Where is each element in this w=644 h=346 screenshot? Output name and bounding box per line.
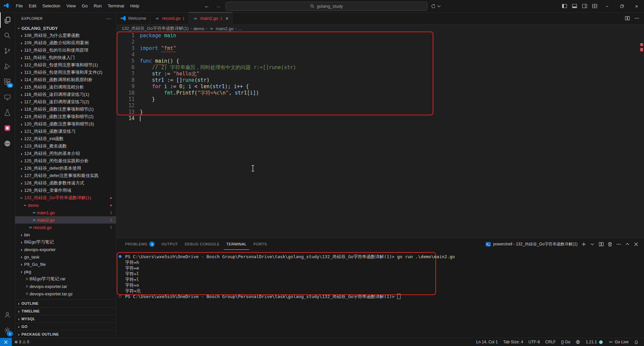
close-icon[interactable]: × — [226, 16, 228, 21]
tree-item[interactable]: ›116_尚硅谷_递归调用课堂练习(1) — [15, 91, 116, 98]
sidebar-section-mysql[interactable]: ›MYSQL — [15, 315, 116, 323]
sidebar-section-timeline[interactable]: ›TIMELINE — [15, 307, 116, 315]
back-icon[interactable]: ← — [203, 3, 211, 9]
restore-button[interactable] — [614, 0, 629, 12]
panel-tab-terminal[interactable]: TERMINAL — [224, 238, 250, 250]
panel-tab-ports[interactable]: PORTS — [251, 238, 270, 250]
scrollbar[interactable] — [639, 33, 644, 238]
settings-icon[interactable]: 1 — [0, 323, 15, 338]
tab-record-go[interactable]: ∞record.go1 — [151, 12, 189, 24]
notifications[interactable] — [631, 338, 641, 346]
breadcrumb-item[interactable]: demo — [193, 26, 204, 31]
tree-item[interactable]: ›bin — [15, 231, 116, 238]
more-actions-icon[interactable] — [633, 12, 641, 24]
cursor-position[interactable]: Ln 14, Col 1 — [473, 338, 500, 346]
panel-tab-debug-console[interactable]: DEBUG CONSOLE — [182, 238, 222, 250]
tree-item[interactable]: ›111_尚硅谷_包的快速入门 — [15, 54, 116, 61]
run-debug-icon[interactable] — [0, 59, 15, 74]
search-box[interactable]: golang_study — [226, 2, 428, 11]
tree-item[interactable]: ›125_尚硅谷_闭包最佳实践和分析 — [15, 157, 116, 165]
go-live[interactable]: Go Live — [606, 338, 631, 346]
menu-file[interactable]: File — [13, 0, 26, 12]
tree-item[interactable]: ›127_尚硅谷_defer注意事项和最佳实践 — [15, 172, 116, 179]
tree-item[interactable]: ›122_尚硅谷_init函数 — [15, 135, 116, 142]
tree-item[interactable]: ›112_尚硅谷_包使用注意事项和细节(1) — [15, 61, 116, 69]
tree-item[interactable]: ›114_尚硅谷_函数调用机制底层剖析 — [15, 76, 116, 83]
split-editor-icon[interactable] — [623, 12, 631, 24]
terminal-selector[interactable]: >_ powershell - 132_尚硅谷_Go字符串函数详解(1) — [486, 241, 578, 247]
tree-item[interactable]: ›demo● — [15, 201, 116, 209]
sync-control[interactable] — [431, 4, 441, 9]
tree-item[interactable]: ›124_尚硅谷_闭包的基本介绍 — [15, 150, 116, 157]
tree-item[interactable]: ›123_尚硅谷_匿名函数 — [15, 142, 116, 150]
workspace-root[interactable]: › GOLANG_STUDY — [15, 24, 116, 32]
breadcrumb-item[interactable]: ∞main2.go — [209, 26, 233, 31]
split-terminal-icon[interactable] — [597, 239, 605, 249]
browser-preview[interactable] — [573, 338, 583, 346]
eol-sequence[interactable]: CRLF — [543, 338, 558, 346]
breadcrumb-item[interactable]: … — [238, 26, 243, 31]
tree-item[interactable]: ›113_尚硅谷_包使用注意事项和库文件(2) — [15, 69, 116, 76]
sidebar-section-outline[interactable]: ›OUTLINE — [15, 299, 116, 307]
panel-tab-problems[interactable]: PROBLEMS3 — [122, 238, 157, 250]
toggle-secondary-sidebar-icon[interactable] — [580, 0, 590, 12]
explorer-icon[interactable] — [0, 12, 15, 28]
indentation[interactable]: Tab Size: 4 — [500, 338, 526, 346]
toggle-panel-icon[interactable] — [570, 0, 580, 12]
kill-terminal-icon[interactable] — [606, 239, 614, 249]
tree-item[interactable]: ›132_尚硅谷_Go字符串函数详解(1)● — [15, 194, 116, 201]
problems-status[interactable]: ⊗ 3 ⚠ 0 — [12, 338, 32, 346]
command-decoration[interactable] — [119, 255, 121, 258]
toggle-primary-sidebar-icon[interactable] — [559, 0, 570, 12]
tab-welcome[interactable]: Welcome — [116, 12, 151, 24]
sidebar-section-package-outline[interactable]: ›PACKAGE OUTLINE — [15, 330, 116, 338]
terminal-more-icon[interactable] — [614, 239, 623, 249]
panel-tab-output[interactable]: OUTPUT — [159, 238, 180, 250]
remote-indicator[interactable] — [0, 338, 12, 346]
tree-item[interactable]: ›129_尚硅谷_变量作用域 — [15, 187, 116, 194]
tree-item[interactable]: ›≡devops-exporter.tar.gz — [15, 290, 116, 297]
sidebar-section-go[interactable]: ›GO — [15, 323, 116, 330]
close-panel-icon[interactable] — [632, 239, 640, 249]
tree-item[interactable]: ›119_尚硅谷_函数注意事项和细节(2) — [15, 113, 116, 120]
extensions-icon[interactable]: 10 — [0, 74, 15, 90]
close-button[interactable]: × — [629, 0, 644, 12]
menu-edit[interactable]: Edit — [26, 0, 39, 12]
terminal-profile-chevron-icon[interactable] — [588, 239, 596, 249]
json-icon[interactable]: Json — [0, 136, 15, 151]
tree-item[interactable]: ›∞main2.go1 — [15, 216, 116, 224]
tree-item[interactable]: ›117_尚硅谷_递归调用课堂练习(2) — [15, 98, 116, 106]
tree-item[interactable]: ›go_task — [15, 253, 116, 261]
tree-item[interactable]: ›120_尚硅谷_函数注意事项和细节(3) — [15, 120, 116, 128]
tree-item[interactable]: ›P9_Go_file — [15, 261, 116, 268]
tree-item[interactable]: ›126_尚硅谷_defer的基本使用 — [15, 165, 116, 172]
menu-run[interactable]: Run — [91, 0, 105, 12]
menu-terminal[interactable]: Terminal — [105, 0, 127, 12]
tree-item[interactable]: ›∞main1.go1 — [15, 209, 116, 216]
breadcrumb[interactable]: 132_尚硅谷_Go字符串函数详解(1)›demo›∞main2.go›… — [116, 24, 644, 33]
breadcrumb-item[interactable]: 132_尚硅谷_Go字符串函数详解(1) — [122, 25, 189, 32]
tree-item[interactable]: ›pkg — [15, 268, 116, 275]
custom-extension-icon[interactable] — [0, 120, 15, 136]
tree-item[interactable]: ›109_尚硅谷_函数介绍和应用案例 — [15, 39, 116, 47]
maximize-panel-icon[interactable] — [623, 239, 631, 249]
minimize-button[interactable]: − — [600, 0, 614, 12]
menu-help[interactable]: Help — [127, 0, 142, 12]
command-decoration[interactable] — [119, 295, 121, 298]
tree-item[interactable]: ›∞record.go1 — [15, 224, 116, 231]
encoding[interactable]: UTF-8 — [526, 338, 543, 346]
tab-main2-go[interactable]: ∞main2.go1× — [189, 12, 233, 24]
tree-item[interactable]: ›110_尚硅谷_包的引出和使用原理 — [15, 47, 116, 54]
go-version[interactable]: 1.21.1 — [583, 338, 605, 346]
tree-item[interactable]: ›128_尚硅谷_函数参数传递方式 — [15, 179, 116, 187]
menu-go[interactable]: Go — [79, 0, 91, 12]
tree-item[interactable]: ›≡B站go学习笔记.rar — [15, 275, 116, 283]
explorer-more-icon[interactable]: ⋯ — [106, 15, 111, 22]
tree-item[interactable]: ›devops-exporter — [15, 246, 116, 253]
customize-layout-icon[interactable] — [590, 0, 600, 12]
code-editor[interactable]: 1package main23import "fmt"45func main()… — [116, 33, 644, 238]
tree-item[interactable]: ›B站go学习笔记 — [15, 238, 116, 246]
tree-item[interactable]: ›115_尚硅谷_递归调用流程分析 — [15, 83, 116, 91]
terminal-output[interactable]: PS C:\Users\wxe5szh\OneDrive - Bosch Gro… — [116, 250, 644, 339]
accounts-icon[interactable] — [0, 307, 15, 323]
